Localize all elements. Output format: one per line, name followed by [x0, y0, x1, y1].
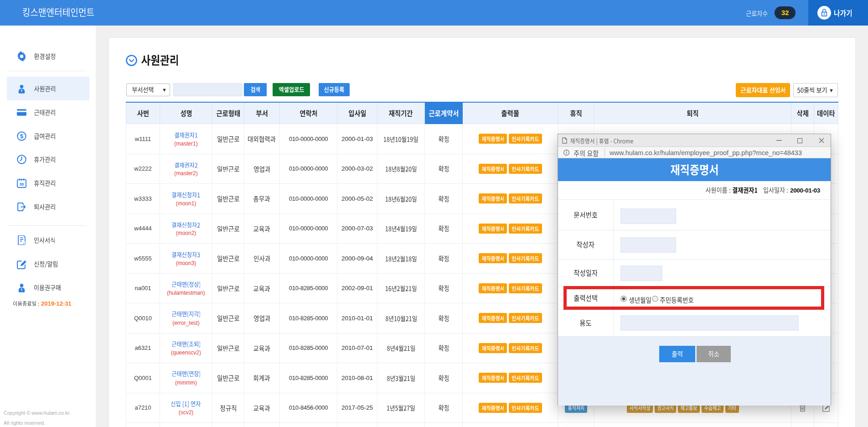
svg-text:$: $ — [20, 133, 23, 139]
svg-text:30: 30 — [20, 182, 24, 187]
